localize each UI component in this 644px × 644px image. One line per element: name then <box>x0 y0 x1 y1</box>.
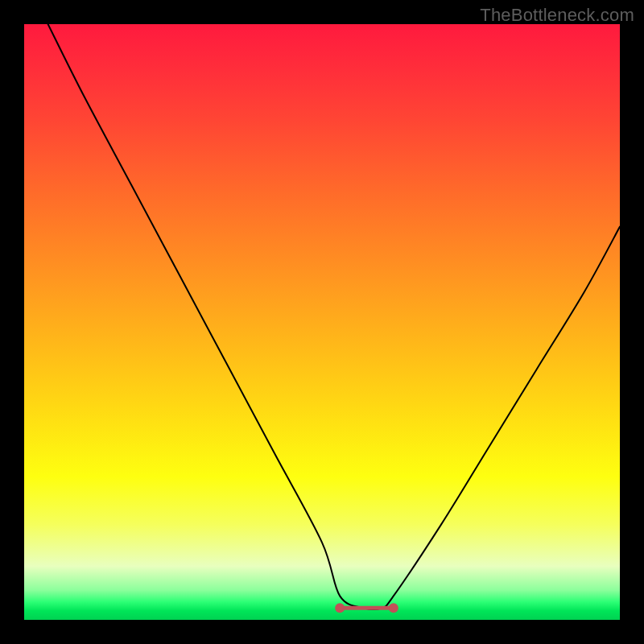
flat-endpoint-left <box>335 603 345 613</box>
chart-frame: TheBottleneck.com <box>0 0 644 644</box>
curve-svg <box>24 24 620 620</box>
bottleneck-curve <box>48 24 620 609</box>
plot-area <box>24 24 620 620</box>
flat-endpoint-right <box>389 603 398 613</box>
watermark-label: TheBottleneck.com <box>480 5 634 26</box>
